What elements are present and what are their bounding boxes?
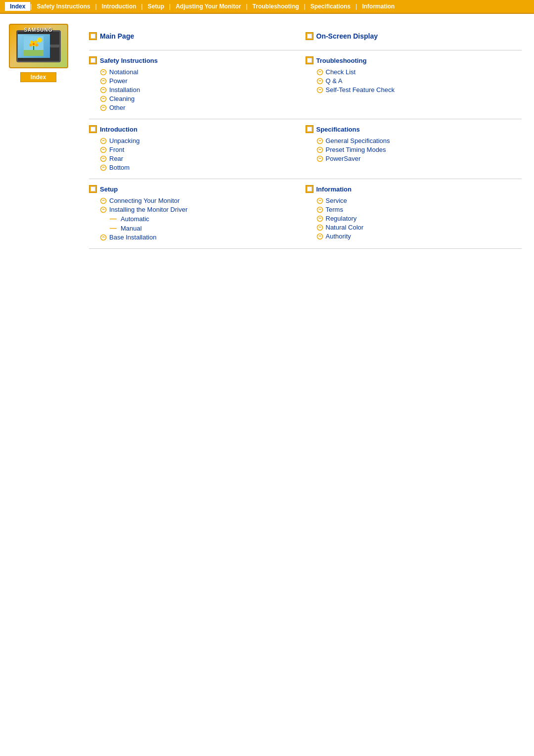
sub-link-0-left-3[interactable]: Cleaning xyxy=(109,95,134,102)
nav-introduction[interactable]: Introduction xyxy=(97,3,141,10)
circle-arrow-icon xyxy=(316,87,323,94)
circle-arrow-icon xyxy=(100,234,107,241)
svg-point-10 xyxy=(33,43,35,45)
sub-link-1-left-2[interactable]: Rear xyxy=(109,155,123,162)
sub-link-1-left-0[interactable]: Unpacking xyxy=(109,137,139,144)
list-item: Self-Test Feature Check xyxy=(316,86,512,94)
svg-point-1 xyxy=(37,38,42,43)
section-icon-inner-0-right xyxy=(307,58,312,63)
sub-link-2-right-1[interactable]: Terms xyxy=(326,206,343,213)
section-title-1-right[interactable]: Specifications xyxy=(316,126,360,133)
circle-arrow-icon xyxy=(100,197,107,204)
sub-link-0-left-4[interactable]: Other xyxy=(109,104,126,111)
list-item: Authority xyxy=(316,233,512,240)
sub-link-0-left-0[interactable]: Notational xyxy=(109,68,138,76)
sub-link-2-left-0[interactable]: Connecting Your Monitor xyxy=(109,197,179,204)
section-title-1-left[interactable]: Introduction xyxy=(100,126,137,133)
list-item: —Automatic xyxy=(100,215,296,223)
nav-index[interactable]: Index xyxy=(5,2,30,11)
list-item: Other xyxy=(100,104,296,111)
section-col-0-left: Safety InstructionsNotationalPowerInstal… xyxy=(89,56,306,113)
sub-link-2-left-1[interactable]: Installing the Monitor Driver xyxy=(109,206,187,213)
section-col-2-left: SetupConnecting Your MonitorInstalling t… xyxy=(89,185,306,242)
circle-arrow-icon xyxy=(100,155,107,162)
sub-link-1-right-0[interactable]: General Specifications xyxy=(326,137,390,144)
sub-link-2-right-0[interactable]: Service xyxy=(326,197,347,204)
circle-arrow-icon xyxy=(100,206,107,213)
nav-specifications[interactable]: Specifications xyxy=(306,3,356,10)
sub-items-1-left: UnpackingFrontRearBottom xyxy=(89,137,296,171)
list-item: Installation xyxy=(100,86,296,94)
list-item: Check List xyxy=(316,68,512,76)
svg-point-31 xyxy=(317,216,322,221)
svg-point-24 xyxy=(317,147,322,152)
dash-icon: — xyxy=(110,215,117,223)
main-page-icon xyxy=(89,32,97,40)
nav-safety[interactable]: Safety Instructions xyxy=(32,3,95,10)
svg-point-13 xyxy=(101,87,106,93)
svg-point-29 xyxy=(317,198,322,203)
section-title-2-left[interactable]: Setup xyxy=(100,186,118,193)
nav-information[interactable]: Information xyxy=(357,3,400,10)
osd-col: On-Screen Display xyxy=(306,32,522,44)
sub-link-1-right-1[interactable]: Preset Timing Modes xyxy=(326,146,386,153)
section-icon-1-left xyxy=(89,125,97,133)
list-item: —Manual xyxy=(100,224,296,232)
section-icon-inner-2-right xyxy=(307,187,312,191)
list-item: Q & A xyxy=(316,77,512,85)
svg-point-30 xyxy=(317,207,322,212)
dash-link-2-left-3[interactable]: Manual xyxy=(121,225,142,232)
circle-arrow-icon xyxy=(316,146,323,153)
list-item: Cleaning xyxy=(100,95,296,102)
sub-link-1-left-1[interactable]: Front xyxy=(109,146,124,153)
list-item: Natural Color xyxy=(316,224,512,231)
svg-point-22 xyxy=(101,165,106,170)
sub-link-0-right-2[interactable]: Self-Test Feature Check xyxy=(326,86,395,94)
section-title-2-right[interactable]: Information xyxy=(316,186,352,193)
sub-link-0-right-1[interactable]: Q & A xyxy=(326,77,343,85)
section-col-1-right: SpecificationsGeneral SpecificationsPres… xyxy=(306,125,522,173)
svg-point-23 xyxy=(317,138,322,143)
svg-point-15 xyxy=(101,105,106,110)
section-title-0-right[interactable]: Troubleshooting xyxy=(316,57,367,64)
section-title-0-left[interactable]: Safety Instructions xyxy=(100,57,158,64)
circle-arrow-icon xyxy=(100,69,107,76)
svg-point-16 xyxy=(317,69,322,75)
sub-link-2-right-2[interactable]: Regulatory xyxy=(326,215,357,222)
circle-arrow-icon xyxy=(316,206,323,213)
nav-adjusting[interactable]: Adjusting Your Monitor xyxy=(171,3,246,10)
sub-link-1-left-3[interactable]: Bottom xyxy=(109,164,130,171)
nav-troubleshooting[interactable]: Troubleshooting xyxy=(248,3,304,10)
sub-link-0-right-0[interactable]: Check List xyxy=(326,68,356,76)
main-page-link[interactable]: Main Page xyxy=(100,32,134,40)
sub-link-0-left-2[interactable]: Installation xyxy=(109,86,140,94)
list-item: General Specifications xyxy=(316,137,512,144)
dash-link-2-left-2[interactable]: Automatic xyxy=(121,215,149,223)
list-item: Base Installation xyxy=(100,234,296,241)
circle-arrow-icon xyxy=(316,233,323,240)
main-layout: SAMSUNG Index Main Page On-Scree xyxy=(0,14,534,261)
logo-box: SAMSUNG xyxy=(9,24,68,68)
circle-arrow-icon xyxy=(100,95,107,102)
sub-link-0-left-1[interactable]: Power xyxy=(109,77,128,85)
svg-point-11 xyxy=(101,69,106,75)
section-header-1-left: Introduction xyxy=(89,125,296,133)
circle-arrow-icon xyxy=(316,224,323,231)
svg-point-26 xyxy=(101,198,106,203)
sub-link-1-right-2[interactable]: PowerSaver xyxy=(326,155,361,162)
list-item: Bottom xyxy=(100,164,296,171)
list-item: Notational xyxy=(100,68,296,76)
section-col-2-right: InformationServiceTermsRegulatoryNatural… xyxy=(306,185,522,242)
section-header-0-left: Safety Instructions xyxy=(89,56,296,64)
circle-arrow-icon xyxy=(100,164,107,171)
osd-link[interactable]: On-Screen Display xyxy=(316,32,378,40)
nav-setup[interactable]: Setup xyxy=(143,3,169,10)
index-label[interactable]: Index xyxy=(20,72,56,82)
monitor-screen xyxy=(18,34,50,58)
sub-items-0-right: Check ListQ & ASelf-Test Feature Check xyxy=(306,68,512,94)
sub-link-2-right-4[interactable]: Authority xyxy=(326,233,351,240)
sub-items-2-left: Connecting Your MonitorInstalling the Mo… xyxy=(89,197,296,241)
sub-link-2-right-3[interactable]: Natural Color xyxy=(326,224,364,231)
top-links-row: Main Page On-Screen Display xyxy=(89,26,522,50)
sub-link-2-left-4[interactable]: Base Installation xyxy=(109,234,156,241)
